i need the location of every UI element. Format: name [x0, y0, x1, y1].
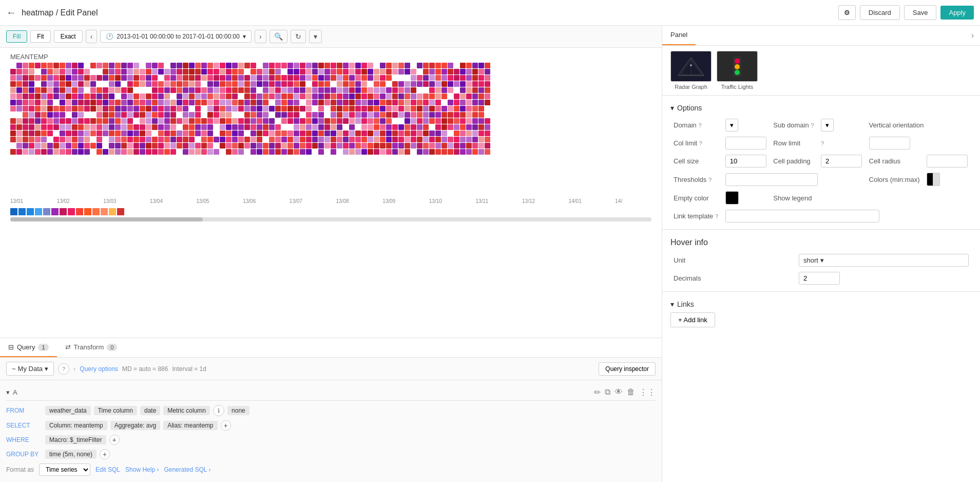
- heat-cell[interactable]: [275, 112, 281, 118]
- heat-cell[interactable]: [146, 94, 151, 99]
- heat-cell[interactable]: [10, 63, 16, 68]
- heat-cell[interactable]: [324, 106, 330, 112]
- heat-cell[interactable]: [361, 137, 367, 142]
- panel-tab-panel[interactable]: Panel: [662, 26, 696, 45]
- heat-cell[interactable]: [275, 137, 281, 142]
- heat-cell[interactable]: [472, 131, 478, 136]
- heat-cell[interactable]: [214, 112, 219, 118]
- heat-cell[interactable]: [158, 75, 164, 81]
- heat-cell[interactable]: [257, 63, 262, 68]
- heat-cell[interactable]: [170, 69, 176, 75]
- heat-cell[interactable]: [201, 63, 207, 68]
- heat-cell[interactable]: [294, 69, 299, 75]
- heat-cell[interactable]: [485, 94, 490, 99]
- heat-cell[interactable]: [324, 81, 330, 87]
- heat-cell[interactable]: [244, 81, 250, 87]
- heat-cell[interactable]: [361, 87, 367, 93]
- heat-cell[interactable]: [485, 87, 490, 93]
- heat-cell[interactable]: [251, 100, 256, 105]
- heat-cell[interactable]: [164, 149, 170, 155]
- heat-cell[interactable]: [398, 94, 404, 99]
- heat-cell[interactable]: [152, 124, 158, 130]
- heat-cell[interactable]: [275, 81, 281, 87]
- metric-info-button[interactable]: ℹ: [213, 405, 224, 416]
- sub-domain-select[interactable]: ▾: [821, 119, 834, 132]
- heat-cell[interactable]: [417, 131, 422, 136]
- heat-cell[interactable]: [337, 118, 342, 124]
- heat-cell[interactable]: [183, 69, 188, 75]
- heat-cell[interactable]: [423, 131, 429, 136]
- heat-cell[interactable]: [158, 94, 164, 99]
- heat-cell[interactable]: [349, 118, 355, 124]
- heat-cell[interactable]: [485, 69, 490, 75]
- group-by-value[interactable]: time (5m, none): [45, 450, 97, 459]
- heat-cell[interactable]: [177, 149, 182, 155]
- heat-cell[interactable]: [466, 143, 472, 149]
- heat-cell[interactable]: [331, 118, 336, 124]
- heat-cell[interactable]: [84, 149, 90, 155]
- heat-cell[interactable]: [53, 94, 59, 99]
- heat-cell[interactable]: [368, 63, 373, 68]
- heat-cell[interactable]: [23, 143, 28, 149]
- heat-cell[interactable]: [306, 118, 312, 124]
- heat-cell[interactable]: [472, 124, 478, 130]
- delete-icon[interactable]: 🗑: [627, 387, 635, 397]
- heat-cell[interactable]: [251, 106, 256, 112]
- heat-cell[interactable]: [454, 131, 459, 136]
- heat-cell[interactable]: [405, 137, 410, 142]
- heat-cell[interactable]: [90, 131, 96, 136]
- heat-cell[interactable]: [158, 131, 164, 136]
- heat-cell[interactable]: [263, 69, 268, 75]
- heat-cell[interactable]: [318, 124, 324, 130]
- heat-cell[interactable]: [103, 124, 108, 130]
- heat-cell[interactable]: [238, 81, 244, 87]
- heat-cell[interactable]: [392, 75, 398, 81]
- heat-cell[interactable]: [220, 112, 225, 118]
- heat-cell[interactable]: [66, 87, 71, 93]
- heat-cell[interactable]: [66, 81, 71, 87]
- heat-cell[interactable]: [66, 69, 71, 75]
- heat-cell[interactable]: [170, 137, 176, 142]
- heat-cell[interactable]: [189, 100, 195, 105]
- heat-cell[interactable]: [485, 124, 490, 130]
- heat-cell[interactable]: [472, 112, 478, 118]
- heat-cell[interactable]: [423, 63, 429, 68]
- heat-cell[interactable]: [244, 87, 250, 93]
- heat-cell[interactable]: [121, 149, 127, 155]
- heat-cell[interactable]: [16, 94, 22, 99]
- heat-cell[interactable]: [109, 124, 114, 130]
- heat-cell[interactable]: [201, 112, 207, 118]
- heat-cell[interactable]: [337, 75, 342, 81]
- heat-cell[interactable]: [121, 94, 127, 99]
- heat-cell[interactable]: [29, 75, 34, 81]
- heat-cell[interactable]: [306, 69, 312, 75]
- heat-cell[interactable]: [386, 106, 392, 112]
- heat-cell[interactable]: [35, 137, 41, 142]
- col-limit-help-icon[interactable]: ?: [699, 140, 702, 146]
- from-value[interactable]: weather_data: [45, 406, 91, 415]
- heat-cell[interactable]: [78, 131, 84, 136]
- heat-cell[interactable]: [207, 69, 213, 75]
- heat-cell[interactable]: [226, 149, 232, 155]
- heat-cell[interactable]: [133, 69, 139, 75]
- heat-cell[interactable]: [121, 118, 127, 124]
- more-button[interactable]: ▾: [309, 30, 322, 43]
- heat-cell[interactable]: [164, 124, 170, 130]
- heat-cell[interactable]: [312, 112, 318, 118]
- where-macro[interactable]: Macro: $_timeFilter: [45, 435, 106, 444]
- heat-cell[interactable]: [109, 149, 114, 155]
- heat-cell[interactable]: [374, 63, 379, 68]
- heat-cell[interactable]: [368, 149, 373, 155]
- heat-cell[interactable]: [23, 106, 28, 112]
- heat-cell[interactable]: [152, 149, 158, 155]
- query-inspector-button[interactable]: Query inspector: [599, 362, 656, 376]
- heat-cell[interactable]: [374, 69, 379, 75]
- heat-cell[interactable]: [380, 69, 386, 75]
- heat-cell[interactable]: [121, 87, 127, 93]
- heat-cell[interactable]: [232, 124, 238, 130]
- heat-cell[interactable]: [177, 131, 182, 136]
- heat-cell[interactable]: [417, 143, 422, 149]
- heat-cell[interactable]: [472, 106, 478, 112]
- heat-cell[interactable]: [380, 118, 386, 124]
- heat-cell[interactable]: [478, 143, 484, 149]
